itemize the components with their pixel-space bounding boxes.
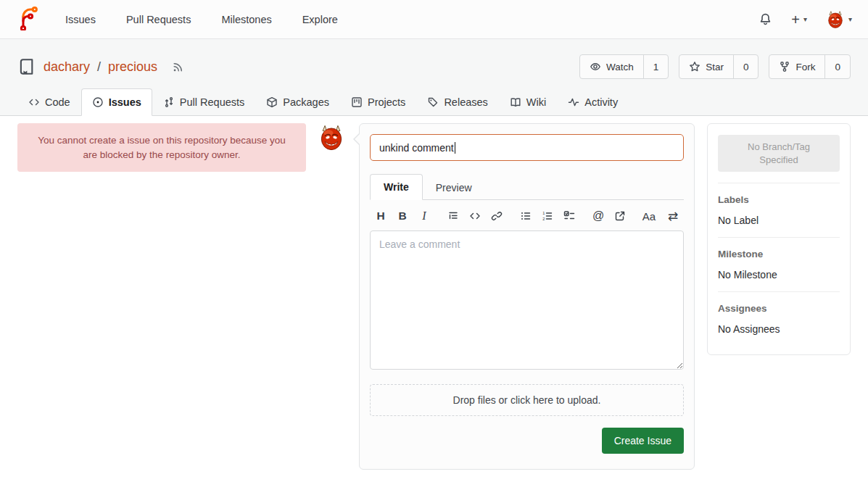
- tab-label: Wiki: [526, 96, 546, 108]
- tab-label: Projects: [368, 96, 405, 108]
- switch-editor-button[interactable]: ⇄: [664, 207, 682, 225]
- bold-button[interactable]: B: [393, 207, 412, 225]
- mention-button[interactable]: @: [589, 207, 608, 225]
- user-avatar: [826, 10, 845, 29]
- nav-explore[interactable]: Explore: [302, 14, 338, 25]
- divider: [718, 237, 840, 238]
- top-navbar: Issues Pull Requests Milestones Explore …: [0, 0, 868, 39]
- forgejo-logo[interactable]: [16, 6, 41, 33]
- notifications-button[interactable]: [759, 12, 772, 26]
- milestone-section: Milestone No Milestone: [718, 249, 840, 281]
- tab-wiki[interactable]: Wiki: [499, 88, 557, 116]
- tab-preview[interactable]: Preview: [423, 175, 485, 200]
- dropzone-label: Drop files or click here to upload.: [453, 394, 601, 406]
- chevron-down-icon: ▾: [848, 15, 852, 23]
- repo-icon: [17, 57, 36, 76]
- comment-textarea[interactable]: [370, 230, 684, 370]
- file-dropzone[interactable]: Drop files or click here to upload.: [370, 384, 684, 416]
- tab-activity[interactable]: Activity: [557, 88, 629, 116]
- mention-icon: @: [592, 209, 604, 223]
- markdown-toolbar: H B I: [370, 200, 684, 230]
- star-count[interactable]: 0: [733, 55, 759, 78]
- labels-section: Labels No Label: [718, 194, 840, 226]
- quote-button[interactable]: [444, 207, 463, 225]
- tab-releases[interactable]: Releases: [416, 88, 498, 116]
- issue-title-input[interactable]: unkind comment: [370, 134, 684, 161]
- nav-milestones[interactable]: Milestones: [221, 14, 271, 25]
- heading-icon: H: [376, 209, 384, 223]
- assignees-heading[interactable]: Assignees: [718, 303, 840, 314]
- issue-title-value: unkind comment: [379, 142, 454, 154]
- tab-packages[interactable]: Packages: [255, 88, 340, 116]
- unordered-list-button[interactable]: [516, 207, 535, 225]
- commenter-avatar: [318, 124, 345, 151]
- unordered-list-icon: [520, 210, 532, 222]
- italic-button[interactable]: I: [415, 207, 434, 225]
- repo-name-link[interactable]: precious: [108, 59, 157, 75]
- fork-button[interactable]: Fork: [769, 55, 824, 78]
- tab-projects[interactable]: Projects: [340, 88, 416, 116]
- tab-pull-requests[interactable]: Pull Requests: [152, 88, 255, 116]
- primary-nav: Issues Pull Requests Milestones Explore: [65, 14, 338, 25]
- watch-button-group: Watch 1: [579, 54, 669, 79]
- user-menu[interactable]: ▾: [826, 10, 852, 29]
- code-icon: [28, 96, 40, 108]
- tab-code[interactable]: Code: [17, 88, 81, 116]
- link-icon: [491, 210, 503, 222]
- svg-text:2: 2: [542, 217, 545, 221]
- task-list-icon: [563, 210, 575, 222]
- pull-request-icon: [163, 96, 175, 108]
- bell-icon: [759, 12, 772, 26]
- fork-count[interactable]: 0: [824, 55, 850, 78]
- star-label: Star: [706, 62, 724, 72]
- watch-count[interactable]: 1: [643, 55, 669, 78]
- nav-pull-requests[interactable]: Pull Requests: [126, 14, 191, 25]
- quote-icon: [447, 210, 459, 222]
- blocked-alert: You cannot create a issue on this reposi…: [17, 123, 306, 172]
- tab-label: Packages: [283, 96, 329, 108]
- main-content: You cannot create a issue on this reposi…: [0, 116, 868, 481]
- fork-button-group: Fork 0: [769, 54, 851, 79]
- tab-write[interactable]: Write: [370, 174, 423, 200]
- labels-heading[interactable]: Labels: [718, 194, 840, 205]
- book-icon: [510, 96, 521, 108]
- milestone-heading[interactable]: Milestone: [718, 249, 840, 259]
- tag-icon: [427, 96, 439, 108]
- star-button[interactable]: Star: [679, 55, 733, 78]
- ordered-list-button[interactable]: 1 2: [538, 207, 557, 225]
- watch-button[interactable]: Watch: [580, 55, 643, 78]
- tab-label: Releases: [444, 96, 487, 108]
- svg-text:1: 1: [542, 211, 545, 215]
- tab-issues[interactable]: Issues: [81, 88, 152, 116]
- divider: [718, 291, 840, 292]
- create-new-menu[interactable]: + ▾: [791, 12, 807, 27]
- assignees-section: Assignees No Assignees: [718, 303, 840, 335]
- link-button[interactable]: [487, 207, 506, 225]
- font-size-icon: Aa: [642, 210, 656, 223]
- repo-separator: /: [97, 59, 101, 75]
- ordered-list-icon: 1 2: [542, 210, 553, 222]
- fork-label: Fork: [795, 62, 815, 72]
- forgejo-logo-icon: [16, 6, 41, 30]
- package-icon: [266, 96, 278, 108]
- star-button-group: Star 0: [679, 54, 759, 79]
- eye-icon: [590, 61, 601, 72]
- branch-select-button[interactable]: No Branch/Tag Specified: [718, 135, 840, 172]
- reference-button[interactable]: [611, 207, 629, 225]
- repo-owner-link[interactable]: dachary: [44, 59, 90, 75]
- heading-button[interactable]: H: [371, 207, 390, 225]
- rss-feed-button[interactable]: [172, 61, 184, 73]
- issue-sidebar: No Branch/Tag Specified Labels No Label …: [707, 123, 851, 355]
- repo-header: dachary / precious Watch: [0, 39, 868, 116]
- code-button[interactable]: [466, 207, 484, 225]
- create-issue-button[interactable]: Create Issue: [602, 428, 684, 454]
- rss-icon: [172, 61, 184, 73]
- chevron-down-icon: ▾: [803, 15, 807, 23]
- pulse-icon: [568, 96, 579, 108]
- font-size-button[interactable]: Aa: [637, 207, 661, 225]
- text-cursor: [455, 142, 455, 154]
- nav-issues[interactable]: Issues: [65, 14, 96, 25]
- task-list-button[interactable]: [560, 207, 579, 225]
- repo-tabs: Code Issues Pull Requests Packages Proje…: [17, 88, 629, 116]
- repo-title: dachary / precious: [17, 57, 184, 76]
